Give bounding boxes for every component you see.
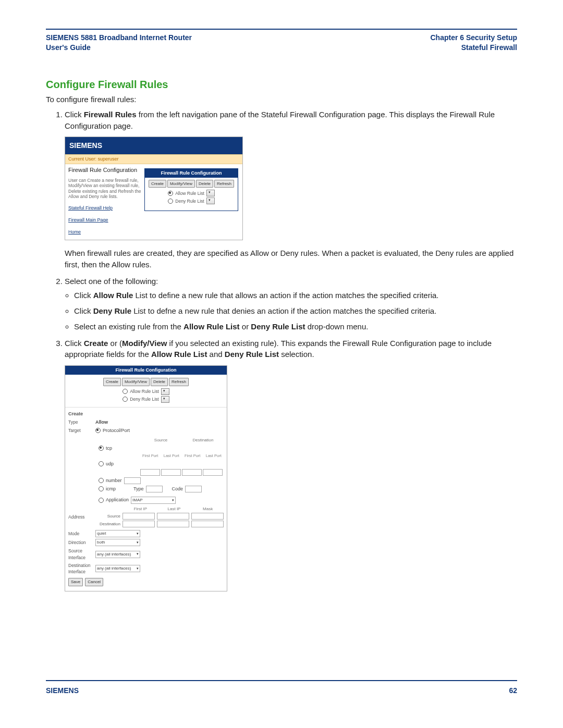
siemens-brand-bar: SIEMENS xyxy=(65,137,242,154)
delete-button[interactable]: Delete xyxy=(196,180,213,188)
stateful-firewall-help-link[interactable]: Stateful Firewall Help xyxy=(68,205,141,212)
footer-brand: SIEMENS xyxy=(46,686,79,695)
src-first-port-input[interactable] xyxy=(140,469,160,476)
dst-mask-input[interactable] xyxy=(191,521,224,527)
allow-rule-select[interactable] xyxy=(161,388,169,395)
create-button[interactable]: Create xyxy=(149,180,166,188)
home-link[interactable]: Home xyxy=(68,229,141,236)
chapter-title: Chapter 6 Security Setup xyxy=(431,33,518,43)
firewall-rule-config-panel: Firewall Rule Configuration Create Modif… xyxy=(144,168,238,212)
cancel-button[interactable]: Cancel xyxy=(85,578,103,586)
step-1-after-text: When firewall rules are created, they ar… xyxy=(65,248,517,270)
allow-rule-select[interactable] xyxy=(206,190,215,196)
firewall-main-page-link[interactable]: Firewall Main Page xyxy=(68,217,141,224)
deny-rule-radio[interactable] xyxy=(168,199,173,204)
refresh-button[interactable]: Refresh xyxy=(214,180,234,188)
modify-view-button[interactable]: Modify/View xyxy=(167,180,195,188)
dst-last-port-input[interactable] xyxy=(203,469,223,476)
icmp-code-input[interactable] xyxy=(185,486,202,492)
mode-select[interactable]: quiet xyxy=(95,530,140,537)
left-pane-title: Firewall Rule Configuration xyxy=(68,166,141,175)
current-user-row: Current User: superuser xyxy=(65,154,242,164)
page-number: 62 xyxy=(509,686,517,695)
create-header: Create xyxy=(68,411,224,417)
header: SIEMENS 5881 Broadband Internet Router U… xyxy=(46,30,517,58)
src-last-ip-input[interactable] xyxy=(157,513,189,520)
footer: SIEMENS 62 xyxy=(46,683,517,695)
section-title-right: Stateful Firewall xyxy=(431,43,518,53)
refresh-button[interactable]: Refresh xyxy=(169,378,189,386)
deny-rule-radio[interactable] xyxy=(123,397,128,402)
dst-last-ip-input[interactable] xyxy=(157,521,189,527)
intro-text: To configure firewall rules: xyxy=(46,95,517,104)
application-radio[interactable] xyxy=(99,498,104,503)
protocol-port-radio[interactable] xyxy=(95,428,101,433)
doc-title: User's Guide xyxy=(46,43,192,53)
screenshot-firewall-create-form: Firewall Rule Configuration Create Modif… xyxy=(65,365,227,591)
number-radio[interactable] xyxy=(99,478,104,483)
product-title: SIEMENS 5881 Broadband Internet Router xyxy=(46,33,192,43)
icmp-type-input[interactable] xyxy=(146,486,163,492)
icmp-radio[interactable] xyxy=(99,486,104,491)
step-2: Select one of the following: Click Allow… xyxy=(65,276,517,332)
src-first-ip-input[interactable] xyxy=(123,513,155,520)
modify-view-button[interactable]: Modify/View xyxy=(122,378,150,386)
left-pane-hint: User can Create a new firewall rule, Mod… xyxy=(68,178,141,200)
deny-rule-select[interactable] xyxy=(206,198,215,204)
screenshot-firewall-config-page: SIEMENS Current User: superuser Firewall… xyxy=(65,137,243,240)
tcp-radio[interactable] xyxy=(99,446,104,451)
number-input[interactable] xyxy=(124,477,141,484)
dst-first-ip-input[interactable] xyxy=(123,521,155,527)
save-button[interactable]: Save xyxy=(68,578,83,586)
delete-button[interactable]: Delete xyxy=(151,378,168,386)
dst-first-port-input[interactable] xyxy=(182,469,202,476)
src-mask-input[interactable] xyxy=(191,513,224,520)
udp-radio[interactable] xyxy=(99,461,104,466)
create-button[interactable]: Create xyxy=(103,378,121,386)
step-1: Click Firewall Rules from the left navig… xyxy=(65,109,517,270)
deny-rule-select[interactable] xyxy=(161,396,169,403)
allow-rule-radio[interactable] xyxy=(123,389,128,394)
page-title: Configure Firewall Rules xyxy=(46,79,517,91)
direction-select[interactable]: both xyxy=(95,539,140,546)
src-last-port-input[interactable] xyxy=(161,469,181,476)
application-select[interactable]: IMAP xyxy=(131,497,176,504)
step-3: Click Create or (Modify/View if you sele… xyxy=(65,338,517,591)
allow-rule-radio[interactable] xyxy=(168,191,173,196)
destination-interface-select[interactable]: any (all interfaces) xyxy=(95,565,140,572)
type-value: Allow xyxy=(95,419,108,426)
source-interface-select[interactable]: any (all interfaces) xyxy=(95,551,140,558)
